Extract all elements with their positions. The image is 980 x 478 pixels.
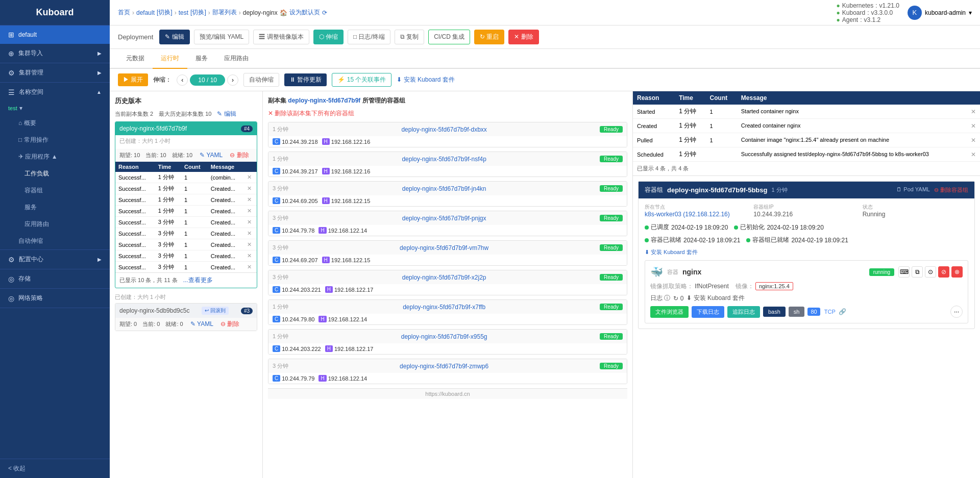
- trace-log-btn[interactable]: 追踪日志: [727, 306, 760, 318]
- preview-yaml-button[interactable]: 预览/编辑 YAML: [194, 30, 249, 44]
- tab-metadata[interactable]: 元数据: [118, 49, 153, 69]
- row-close[interactable]: ✕: [244, 172, 257, 183]
- sidebar-item-config[interactable]: ⚙ 配置中心 ▶: [0, 250, 110, 269]
- view-more-link[interactable]: ...查看更多: [183, 276, 213, 284]
- delete-all-pods[interactable]: ✕ 删除该副本集下所有的容器组: [268, 109, 627, 118]
- sidebar-sub-workload[interactable]: 工作负载: [0, 165, 110, 182]
- node-info: 所在节点 k8s-worker03 (192.168.122.16): [645, 204, 750, 218]
- rollback-tag[interactable]: ↩ 回滚到: [202, 307, 229, 315]
- row-close[interactable]: ✕: [244, 250, 257, 262]
- action-eye[interactable]: ⊙: [925, 266, 936, 278]
- sidebar-collapse-btn[interactable]: < 收起: [0, 459, 110, 478]
- sidebar-sub-apps[interactable]: ✈ 应用程序 ▲: [0, 148, 110, 165]
- breadcrumb-refresh[interactable]: ⟳: [322, 9, 327, 16]
- sidebar-item-cluster-mgmt[interactable]: ⚙ 集群管理 ▶: [0, 63, 110, 82]
- sidebar-sub-app-route[interactable]: 应用路由: [0, 216, 110, 233]
- event-close[interactable]: ✕: [971, 137, 976, 144]
- deployment-label: Deployment: [118, 33, 153, 41]
- pod-details: C 10.244.69.205 H 192.168.122.15: [268, 195, 627, 206]
- bash-btn[interactable]: bash: [763, 307, 786, 317]
- action-terminal[interactable]: ⌨: [898, 266, 910, 278]
- log-button[interactable]: □ 日志/终端: [348, 30, 390, 44]
- pod-name[interactable]: deploy-nginx-5fd67d7b9f-vm7hw: [400, 244, 488, 251]
- delete-pod-link[interactable]: ⊖ 删除容器组: [934, 186, 968, 194]
- history-yaml-link[interactable]: ✎ YAML: [200, 152, 223, 159]
- row-close[interactable]: ✕: [244, 262, 257, 273]
- row-close[interactable]: ✕: [244, 183, 257, 194]
- event-close[interactable]: ✕: [971, 151, 976, 158]
- tab-runtime[interactable]: 运行时: [153, 49, 187, 69]
- cicd-button[interactable]: CI/CD 集成: [428, 30, 470, 44]
- sidebar-item-import[interactable]: ⊕ 集群导入 ▶: [0, 44, 110, 63]
- sidebar-sub-overview[interactable]: ⌂ 概要: [0, 115, 110, 132]
- sidebar-namespace-test[interactable]: test ▾: [0, 102, 110, 115]
- node-link[interactable]: k8s-worker03 (192.168.122.16): [645, 211, 730, 218]
- event-close[interactable]: ✕: [971, 108, 976, 115]
- pod-status: Running: [863, 211, 886, 218]
- more-options-btn[interactable]: ···: [950, 306, 963, 318]
- old-delete-link[interactable]: ⊖ 删除: [220, 320, 239, 328]
- install-kuboard-container[interactable]: ⬇ 安装 Kuboard 套件: [687, 294, 744, 303]
- breadcrumb-switch1[interactable]: [切换]: [157, 8, 173, 17]
- tab-approute[interactable]: 应用路由: [216, 49, 257, 69]
- copy-button[interactable]: ⧉ 复制: [395, 30, 424, 44]
- breadcrumb-set-default[interactable]: 设为默认页: [289, 8, 320, 17]
- install-kuboard-link[interactable]: ⬇ 安装 Kuboard 套件: [397, 76, 454, 84]
- pause-update-button[interactable]: ⏸ 暂停更新: [284, 73, 327, 86]
- scale-decrease[interactable]: ‹: [177, 74, 188, 86]
- history-delete-link[interactable]: ⊖ 删除: [230, 152, 249, 159]
- action-stop[interactable]: ⊘: [938, 266, 949, 278]
- restart-button[interactable]: ↻ 重启: [474, 30, 504, 44]
- pod-name[interactable]: deploy-nginx-5fd67d7b9f-zmwp6: [400, 363, 488, 370]
- pod-name[interactable]: deploy-nginx-5fd67d7b9f-jn4kn: [402, 185, 486, 192]
- row-close[interactable]: ✕: [244, 217, 257, 228]
- scale-control: ‹ 10 / 10 ›: [177, 74, 238, 86]
- action-copy[interactable]: ⧉: [912, 266, 923, 278]
- expand-button[interactable]: ▶ 展开: [118, 73, 148, 86]
- row-close[interactable]: ✕: [244, 239, 257, 250]
- sidebar-sub-common[interactable]: □ 常用操作: [0, 132, 110, 148]
- row-close[interactable]: ✕: [244, 194, 257, 206]
- auto-scale-button[interactable]: 自动伸缩: [243, 73, 279, 87]
- pod-name[interactable]: deploy-nginx-5fd67d7b9f-nsf4p: [402, 156, 486, 163]
- pod-item: 1 分钟 deploy-nginx-5fd67d7b9f-dxbxx Ready…: [268, 122, 627, 147]
- history-item-old-card: deploy-nginx-5db9bd9c5c ↩ 回滚到 #3 期望: 0 当…: [115, 303, 257, 331]
- sidebar-sub-service[interactable]: 服务: [0, 199, 110, 216]
- history-edit-link[interactable]: ✎ 编辑: [217, 110, 236, 117]
- breadcrumb-home[interactable]: 首页: [118, 8, 130, 17]
- sidebar-item-storage[interactable]: ◎ 存储: [0, 269, 110, 288]
- pod-name[interactable]: deploy-nginx-5fd67d7b9f-pnjgx: [402, 215, 486, 222]
- sidebar-item-network[interactable]: ◎ 网络策略: [0, 289, 110, 308]
- pod-name[interactable]: deploy-nginx-5fd67d7b9f-x7ffb: [403, 304, 485, 311]
- pod-yaml-link[interactable]: 🗒 Pod YAML: [896, 186, 930, 194]
- sidebar-sub-container-group[interactable]: 容器组: [0, 182, 110, 199]
- breadcrumb-switch2[interactable]: [切换]: [190, 8, 206, 17]
- sidebar-item-default[interactable]: ⊞ default: [0, 26, 110, 44]
- tab-service[interactable]: 服务: [187, 49, 216, 69]
- events-button[interactable]: ⚡ 15 个关联事件: [332, 73, 391, 87]
- pod-name[interactable]: deploy-nginx-5fd67d7b9f-x2j2p: [402, 274, 486, 281]
- cg-install-kuboard[interactable]: ⬇ 安装 Kuboard 套件: [645, 248, 968, 256]
- breadcrumb-default[interactable]: default: [136, 9, 155, 16]
- download-log-btn[interactable]: 下载日志: [692, 306, 724, 318]
- events-col-message: Message: [737, 91, 980, 105]
- adjust-version-button[interactable]: ☰ 调整镜像版本: [253, 30, 309, 44]
- event-close[interactable]: ✕: [971, 122, 976, 130]
- scale-increase[interactable]: ›: [227, 74, 238, 86]
- user-menu[interactable]: K kuboard-admin ▾: [908, 6, 972, 20]
- sidebar-item-namespace[interactable]: ☰ 名称空间 ▲: [0, 83, 110, 102]
- sh-btn[interactable]: sh: [789, 307, 805, 317]
- delete-button[interactable]: ✕ 删除: [508, 30, 538, 44]
- file-browser-btn[interactable]: 文件浏览器: [650, 306, 689, 318]
- row-close[interactable]: ✕: [244, 206, 257, 217]
- row-close[interactable]: ✕: [244, 228, 257, 239]
- breadcrumb-test[interactable]: test: [179, 9, 188, 16]
- edit-button[interactable]: ✎ 编辑: [159, 30, 189, 44]
- old-yaml-link[interactable]: ✎ YAML: [190, 320, 213, 328]
- scale-button[interactable]: ⬡ 伸缩: [313, 30, 344, 44]
- pod-name[interactable]: deploy-nginx-5fd67d7b9f-dxbxx: [401, 126, 486, 133]
- pod-name[interactable]: deploy-nginx-5fd67d7b9f-x955g: [401, 333, 487, 340]
- action-delete[interactable]: ⊗: [951, 266, 963, 278]
- sidebar-sub-auto-scale[interactable]: 自动伸缩: [0, 233, 110, 249]
- breadcrumb-deploylist[interactable]: 部署列表: [212, 8, 237, 17]
